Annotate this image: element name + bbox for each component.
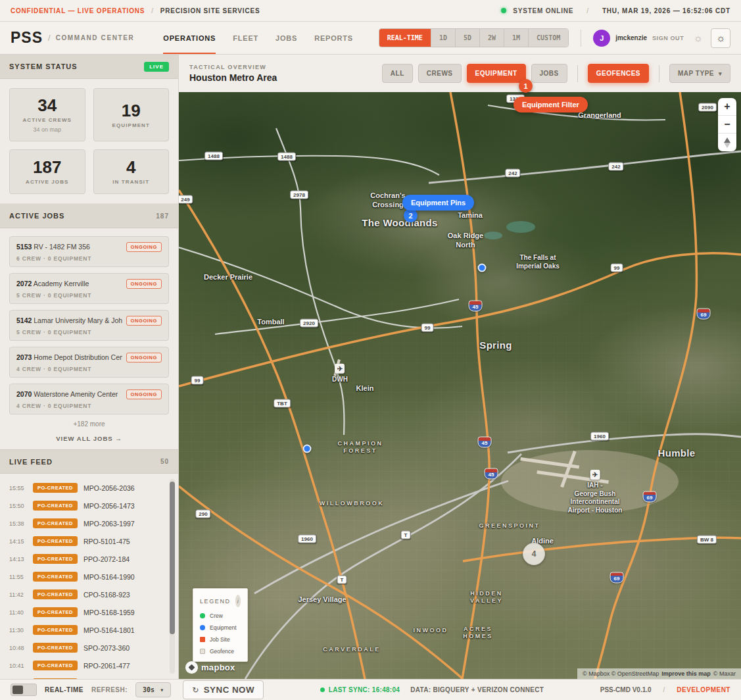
- road-shield: 1488: [277, 153, 296, 161]
- filter-equipment-button[interactable]: EQUIPMENT: [467, 64, 526, 83]
- filter-all-button[interactable]: ALL: [382, 64, 413, 83]
- feed-event-badge: PO-CREATED: [33, 572, 78, 582]
- range-5d[interactable]: 5D: [455, 29, 479, 47]
- legend-item-crew: Crew: [200, 612, 241, 619]
- feed-time: 15:50: [9, 503, 27, 509]
- realtime-toggle[interactable]: [11, 684, 37, 696]
- legend-title: LEGEND: [200, 598, 231, 605]
- feed-item: 10:18PO-CREATEDSPO-2072-930: [9, 674, 165, 679]
- brightness-icon[interactable]: ☼: [693, 32, 703, 44]
- feed-time: 10:41: [9, 662, 27, 669]
- refresh-interval-select[interactable]: 30s ▾: [135, 682, 171, 697]
- username-label: jmckenzie: [615, 34, 647, 41]
- map-label-place: WILLOWBROOK: [320, 500, 385, 507]
- map-canvas[interactable]: GrangerlandDecker PrairieCochran's Cross…: [179, 92, 741, 679]
- job-card[interactable]: 2072 Academy KerrvilleONGOING5 CREW · 0 …: [9, 273, 169, 304]
- refresh-label: REFRESH:: [91, 686, 128, 693]
- stat-card-active-crews: 34ACTIVE CREWS34 on map: [9, 88, 85, 141]
- theme-toggle-button[interactable]: ☼: [711, 28, 730, 48]
- map-label-place: Cochran's Crossing: [370, 191, 405, 210]
- separator: /: [663, 686, 665, 693]
- chevron-down-icon: ▾: [719, 70, 722, 77]
- feed-item: 15:55PO-CREATEDMPO-2056-2036: [9, 479, 165, 497]
- sun-icon: ☼: [716, 32, 726, 44]
- filter-jobs-button[interactable]: JOBS: [531, 64, 567, 83]
- feed-item: 15:38PO-CREATEDMPO-2063-1997: [9, 514, 165, 532]
- map-label-place: INWOOD: [414, 627, 448, 634]
- main-tabs: OPERATIONSFLEETJOBSREPORTS: [163, 22, 353, 54]
- job-id: 2073: [16, 353, 32, 361]
- equipment-pin[interactable]: [303, 445, 312, 453]
- job-card[interactable]: 2073 Home Depot Distribution Center Repa…: [9, 347, 169, 378]
- scrollbar-thumb[interactable]: [170, 482, 175, 634]
- range-1d[interactable]: 1D: [431, 29, 455, 47]
- feed-code: PPO-2072-184: [84, 555, 130, 563]
- zoom-in-button[interactable]: +: [718, 98, 736, 116]
- map-label-place: GREENSPOINT: [479, 522, 540, 530]
- feed-time: 14:15: [9, 538, 27, 545]
- geofences-button[interactable]: GEOFENCES: [588, 64, 649, 83]
- job-card[interactable]: 5153 RV - 1482 FM 356ONGOING6 CREW · 0 E…: [9, 236, 169, 267]
- tab-operations[interactable]: OPERATIONS: [163, 22, 216, 54]
- road-shield: 99: [611, 264, 623, 272]
- live-feed-list[interactable]: 15:55PO-CREATEDMPO-2056-203615:50PO-CREA…: [0, 474, 178, 679]
- job-card[interactable]: 2070 Waterstone Amenity CenterONGOING4 C…: [9, 384, 169, 414]
- info-icon[interactable]: i: [235, 595, 241, 607]
- tab-reports[interactable]: REPORTS: [314, 22, 353, 54]
- range-2w[interactable]: 2W: [479, 29, 504, 47]
- job-site-swatch-icon: [200, 637, 205, 642]
- poi-label: IAH - George Bush Intercontinental Airpo…: [568, 482, 623, 514]
- range-1m[interactable]: 1M: [504, 29, 528, 47]
- legend-item-job-site: Job Site: [200, 636, 241, 643]
- improve-map-link[interactable]: Improve this map: [661, 670, 711, 677]
- range-real-time[interactable]: REAL-TIME: [379, 29, 431, 47]
- feed-item: 11:42PO-CREATEDCPO-5168-923: [9, 586, 165, 603]
- filter-crews-button[interactable]: CREWS: [418, 64, 462, 83]
- compass-button[interactable]: [718, 134, 736, 151]
- feed-time: 11:42: [9, 591, 27, 598]
- stat-value: 34: [37, 97, 57, 114]
- feed-time: 14:13: [9, 556, 27, 562]
- range-custom[interactable]: CUSTOM: [528, 29, 568, 47]
- job-title: 2072 Academy Kerrville: [16, 279, 122, 289]
- feed-code: RPO-2061-477: [84, 662, 130, 670]
- map-label-place: Tamina: [458, 211, 483, 220]
- annotation-equipment-pins: Equipment Pins: [402, 195, 474, 211]
- feed-event-badge: PO-CREATED: [33, 501, 78, 511]
- job-card-top: 5142 Lamar University Mary & John Gray L…: [16, 316, 162, 326]
- tab-fleet[interactable]: FLEET: [233, 22, 258, 54]
- status-badge: ONGOING: [126, 279, 162, 289]
- map-type-button[interactable]: MAP TYPE▾: [669, 64, 730, 83]
- zoom-out-button[interactable]: −: [718, 116, 736, 134]
- sign-out-button[interactable]: SIGN OUT: [652, 35, 684, 41]
- map-label-place: Jersey Village: [298, 595, 346, 605]
- road-shield: 69: [697, 309, 711, 320]
- job-meta: 4 CREW · 0 EQUIPMENT: [16, 403, 162, 409]
- job-card[interactable]: 5142 Lamar University Mary & John Gray L…: [9, 310, 169, 341]
- sync-now-button[interactable]: ↻ SYNC NOW: [183, 680, 264, 699]
- separator: /: [151, 7, 154, 14]
- job-name: Academy Kerrville: [32, 280, 89, 288]
- overview-label: TACTICAL OVERVIEW: [189, 64, 277, 70]
- equipment-pin[interactable]: [478, 264, 487, 272]
- map-toolbar: TACTICAL OVERVIEW Houston Metro Area ALL…: [179, 55, 741, 92]
- status-badge: ONGOING: [126, 353, 162, 362]
- tab-jobs[interactable]: JOBS: [275, 22, 297, 54]
- feed-code: MPO-2063-1997: [84, 520, 135, 528]
- road-shield: 99: [421, 324, 434, 332]
- map-label-place: Grangerland: [578, 111, 621, 120]
- legend-label: Geofence: [210, 648, 234, 655]
- stats-grid: 34ACTIVE CREWS34 on map19EQUIPMENT187ACT…: [0, 79, 178, 204]
- status-badge: ONGOING: [126, 242, 162, 252]
- view-all-jobs-link[interactable]: VIEW ALL JOBS →: [0, 429, 178, 449]
- annotation-equipment-filter: Equipment Filter: [514, 97, 588, 113]
- road-shield: TBT: [274, 399, 291, 408]
- cluster-marker[interactable]: 4: [523, 543, 545, 565]
- bottom-bar: REAL-TIME REFRESH: 30s ▾ ↻ SYNC NOW LAST…: [0, 679, 741, 700]
- feed-code: MPO-5164-1990: [84, 573, 135, 581]
- map-panel: TACTICAL OVERVIEW Houston Metro Area ALL…: [179, 55, 741, 679]
- stat-label: IN TRANSIT: [112, 179, 149, 185]
- mapbox-logo: mapbox: [185, 661, 235, 674]
- job-list-footer: +182 more VIEW ALL JOBS →: [0, 414, 178, 449]
- app-logo: PSS: [11, 29, 43, 47]
